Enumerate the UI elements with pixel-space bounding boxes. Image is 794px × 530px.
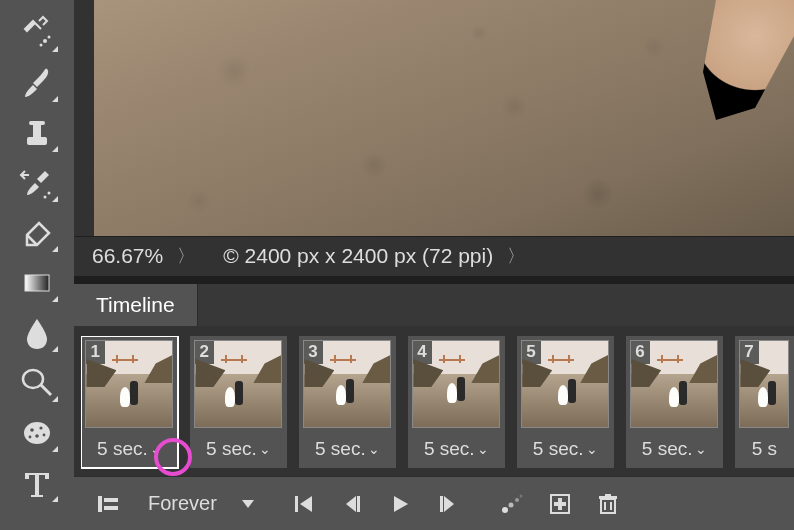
delete-frame-button[interactable] xyxy=(584,482,632,526)
chevron-down-icon: ⌄ xyxy=(477,441,489,457)
frame-thumbnail: 6 xyxy=(630,340,718,428)
previous-frame-button[interactable] xyxy=(328,482,376,526)
svg-point-14 xyxy=(43,434,46,437)
frame-delay-button[interactable]: 5 sec. ⌄ xyxy=(206,438,271,460)
svg-rect-18 xyxy=(104,506,118,510)
svg-rect-16 xyxy=(98,496,102,512)
svg-rect-28 xyxy=(554,502,566,506)
svg-point-7 xyxy=(44,196,47,199)
frame-thumbnail: 7 xyxy=(739,340,789,428)
frame-item[interactable]: 1 5 sec. ⌄ xyxy=(81,336,178,468)
chevron-down-icon: ⌄ xyxy=(368,441,380,457)
history-brush-tool[interactable] xyxy=(10,158,64,208)
duplicate-frame-button[interactable] xyxy=(536,482,584,526)
svg-point-12 xyxy=(39,426,42,429)
svg-rect-8 xyxy=(25,275,49,291)
frame-thumbnail: 1 xyxy=(85,340,173,428)
healing-brush-tool[interactable] xyxy=(10,8,64,58)
type-tool[interactable] xyxy=(10,458,64,508)
frame-delay-label: 5 s xyxy=(752,438,777,460)
tween-button[interactable] xyxy=(488,482,536,526)
frame-delay-button[interactable]: 5 sec. ⌄ xyxy=(424,438,489,460)
svg-point-6 xyxy=(48,192,51,195)
frame-item[interactable]: 2 5 sec. ⌄ xyxy=(190,336,287,468)
convert-timeline-button[interactable] xyxy=(84,482,132,526)
frame-delay-label: 5 sec. xyxy=(642,438,693,460)
svg-point-22 xyxy=(502,507,508,513)
svg-point-23 xyxy=(509,502,514,507)
loop-select[interactable]: Forever xyxy=(132,486,266,522)
svg-point-13 xyxy=(35,434,39,438)
svg-point-11 xyxy=(30,428,34,432)
gradient-tool[interactable] xyxy=(10,258,64,308)
svg-rect-19 xyxy=(295,496,298,512)
svg-point-2 xyxy=(40,44,43,47)
document-canvas[interactable] xyxy=(94,0,794,236)
canvas-image-content xyxy=(94,0,794,236)
svg-point-24 xyxy=(515,498,519,502)
svg-point-10 xyxy=(24,422,50,444)
frame-delay-label: 5 sec. xyxy=(424,438,475,460)
clone-stamp-tool[interactable] xyxy=(10,108,64,158)
frame-delay-label: 5 sec. xyxy=(533,438,584,460)
frame-delay-button[interactable]: 5 sec. ⌄ xyxy=(533,438,598,460)
frame-thumbnail: 3 xyxy=(303,340,391,428)
svg-rect-20 xyxy=(357,496,360,512)
svg-point-1 xyxy=(48,36,51,39)
frame-thumbnail: 4 xyxy=(412,340,500,428)
chevron-down-icon: ⌄ xyxy=(695,441,707,457)
frame-item[interactable]: 6 5 sec. ⌄ xyxy=(626,336,723,468)
frame-delay-button[interactable]: 5 sec. ⌄ xyxy=(315,438,380,460)
svg-rect-21 xyxy=(440,496,443,512)
chevron-down-icon: ⌄ xyxy=(586,441,598,457)
chevron-right-icon[interactable]: 〉 xyxy=(177,244,195,268)
tab-timeline[interactable]: Timeline xyxy=(74,284,198,326)
loop-label: Forever xyxy=(148,492,217,515)
svg-point-25 xyxy=(520,494,523,497)
svg-rect-4 xyxy=(33,123,41,139)
chevron-right-icon[interactable]: 〉 xyxy=(507,244,525,268)
frame-delay-label: 5 sec. xyxy=(315,438,366,460)
svg-rect-30 xyxy=(599,496,617,499)
svg-point-15 xyxy=(29,436,32,439)
tools-panel xyxy=(0,0,74,530)
svg-rect-17 xyxy=(104,498,118,502)
timeline-panel: Timeline 1 5 sec. ⌄ 2 5 sec. ⌄ xyxy=(74,276,794,530)
frame-item[interactable]: 7 5 s xyxy=(735,336,794,468)
eraser-tool[interactable] xyxy=(10,208,64,258)
svg-rect-31 xyxy=(605,494,611,496)
frame-item[interactable]: 5 5 sec. ⌄ xyxy=(517,336,614,468)
frame-delay-button[interactable]: 5 sec. ⌄ xyxy=(642,438,707,460)
sponge-tool[interactable] xyxy=(10,408,64,458)
svg-point-9 xyxy=(23,370,43,388)
svg-rect-5 xyxy=(29,121,45,125)
frame-item[interactable]: 4 5 sec. ⌄ xyxy=(408,336,505,468)
svg-point-0 xyxy=(43,39,47,43)
timeline-controls: Forever xyxy=(74,476,794,530)
frame-delay-label: 5 sec. xyxy=(206,438,257,460)
play-button[interactable] xyxy=(376,482,424,526)
chevron-down-icon: ⌄ xyxy=(150,441,162,457)
first-frame-button[interactable] xyxy=(280,482,328,526)
dodge-tool[interactable] xyxy=(10,358,64,408)
blur-tool[interactable] xyxy=(10,308,64,358)
frame-thumbnail: 5 xyxy=(521,340,609,428)
frame-delay-label: 5 sec. xyxy=(97,438,148,460)
panel-tabs: Timeline xyxy=(74,284,794,326)
frame-delay-button[interactable]: 5 s xyxy=(752,438,777,460)
chevron-down-icon xyxy=(242,500,254,508)
frames-strip: 1 5 sec. ⌄ 2 5 sec. ⌄ 3 xyxy=(81,336,794,472)
zoom-level[interactable]: 66.67% xyxy=(92,244,163,268)
svg-rect-29 xyxy=(601,499,615,513)
brush-tool[interactable] xyxy=(10,58,64,108)
frame-delay-button[interactable]: 5 sec. ⌄ xyxy=(97,438,162,460)
next-frame-button[interactable] xyxy=(424,482,472,526)
frame-item[interactable]: 3 5 sec. ⌄ xyxy=(299,336,396,468)
status-bar: 66.67% 〉 © 2400 px x 2400 px (72 ppi) 〉 xyxy=(74,236,794,274)
frame-thumbnail: 2 xyxy=(194,340,282,428)
chevron-down-icon: ⌄ xyxy=(259,441,271,457)
document-info: © 2400 px x 2400 px (72 ppi) xyxy=(223,244,493,268)
